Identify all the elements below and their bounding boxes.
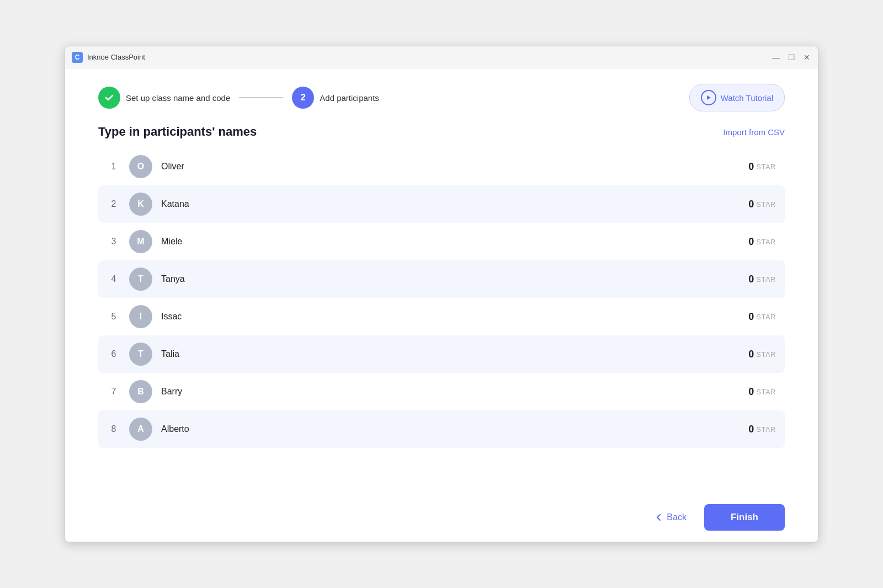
step-1-circle [98, 87, 120, 109]
star-label: STAR [756, 275, 776, 284]
main-content: Set up class name and code 2 Add partici… [65, 68, 818, 542]
step-2-label: Add participants [320, 93, 379, 103]
row-number: 5 [107, 312, 120, 322]
participant-name: Issac [161, 312, 740, 322]
star-count: 0 [748, 311, 754, 323]
title-bar-controls: — ☐ ✕ [772, 53, 811, 62]
star-label: STAR [756, 388, 776, 396]
participant-name: Talia [161, 349, 740, 359]
back-label: Back [667, 512, 687, 522]
star-count: 0 [748, 274, 754, 285]
section-header: Type in participants' names Import from … [98, 125, 785, 139]
title-bar: C Inknoe ClassPoint — ☐ ✕ [65, 46, 818, 68]
avatar: T [129, 268, 152, 291]
avatar: M [129, 230, 152, 253]
app-window: C Inknoe ClassPoint — ☐ ✕ Set up c [65, 46, 818, 542]
table-row: 2 K Katana 0 STAR [98, 185, 785, 223]
participant-name: Tanya [161, 274, 740, 284]
star-section: 0 STAR [748, 386, 776, 398]
avatar: K [129, 193, 152, 216]
star-label: STAR [756, 425, 776, 434]
avatar: O [129, 155, 152, 178]
table-row: 1 O Oliver 0 STAR [98, 148, 785, 185]
star-label: STAR [756, 313, 776, 321]
star-count: 0 [748, 161, 754, 173]
table-row: 8 A Alberto 0 STAR [98, 410, 785, 448]
participants-area: Type in participants' names Import from … [65, 125, 818, 493]
import-csv-link[interactable]: Import from CSV [723, 127, 785, 137]
star-label: STAR [756, 200, 776, 209]
star-section: 0 STAR [748, 349, 776, 360]
app-icon: C [72, 52, 83, 63]
step-connector [239, 97, 283, 98]
star-label: STAR [756, 163, 776, 171]
step-2-circle: 2 [292, 87, 314, 109]
avatar: B [129, 380, 152, 403]
star-count: 0 [748, 386, 754, 398]
participant-name: Miele [161, 237, 740, 247]
star-section: 0 STAR [748, 161, 776, 173]
table-row: 4 T Tanya 0 STAR [98, 260, 785, 298]
row-number: 7 [107, 387, 120, 397]
watch-tutorial-label: Watch Tutorial [721, 93, 773, 103]
table-row: 6 T Talia 0 STAR [98, 335, 785, 373]
step-1: Set up class name and code [98, 87, 230, 109]
row-number: 1 [107, 162, 120, 172]
table-row: 7 B Barry 0 STAR [98, 373, 785, 410]
participant-name: Oliver [161, 162, 740, 172]
participant-name: Alberto [161, 424, 740, 434]
step-2: 2 Add participants [292, 87, 379, 109]
footer: Back Finish [65, 493, 818, 542]
avatar: T [129, 343, 152, 366]
row-number: 4 [107, 274, 120, 284]
title-bar-left: C Inknoe ClassPoint [72, 52, 145, 63]
row-number: 8 [107, 424, 120, 434]
star-section: 0 STAR [748, 199, 776, 210]
maximize-button[interactable]: ☐ [787, 53, 796, 62]
row-number: 2 [107, 199, 120, 209]
star-count: 0 [748, 199, 754, 210]
row-number: 6 [107, 349, 120, 359]
table-row: 5 I Issac 0 STAR [98, 298, 785, 335]
avatar: A [129, 418, 152, 441]
table-row: 3 M Miele 0 STAR [98, 223, 785, 260]
star-label: STAR [756, 238, 776, 246]
finish-button[interactable]: Finish [704, 504, 785, 531]
star-count: 0 [748, 424, 754, 435]
step-1-label: Set up class name and code [126, 93, 230, 103]
star-count: 0 [748, 236, 754, 248]
star-label: STAR [756, 350, 776, 359]
star-section: 0 STAR [748, 424, 776, 435]
play-icon [701, 90, 716, 105]
participant-name: Barry [161, 387, 740, 397]
row-number: 3 [107, 237, 120, 247]
section-title: Type in participants' names [98, 125, 257, 139]
star-count: 0 [748, 349, 754, 360]
minimize-button[interactable]: — [772, 53, 780, 62]
stepper: Set up class name and code 2 Add partici… [98, 87, 379, 109]
stepper-area: Set up class name and code 2 Add partici… [65, 68, 818, 125]
avatar: I [129, 305, 152, 328]
participants-list: 1 O Oliver 0 STAR 2 K Katana 0 STAR 3 M … [98, 148, 785, 493]
close-button[interactable]: ✕ [802, 53, 811, 62]
participant-name: Katana [161, 199, 740, 209]
back-button[interactable]: Back [646, 507, 695, 528]
star-section: 0 STAR [748, 311, 776, 323]
star-section: 0 STAR [748, 236, 776, 248]
star-section: 0 STAR [748, 274, 776, 285]
watch-tutorial-button[interactable]: Watch Tutorial [689, 84, 785, 111]
app-title: Inknoe ClassPoint [87, 53, 145, 61]
